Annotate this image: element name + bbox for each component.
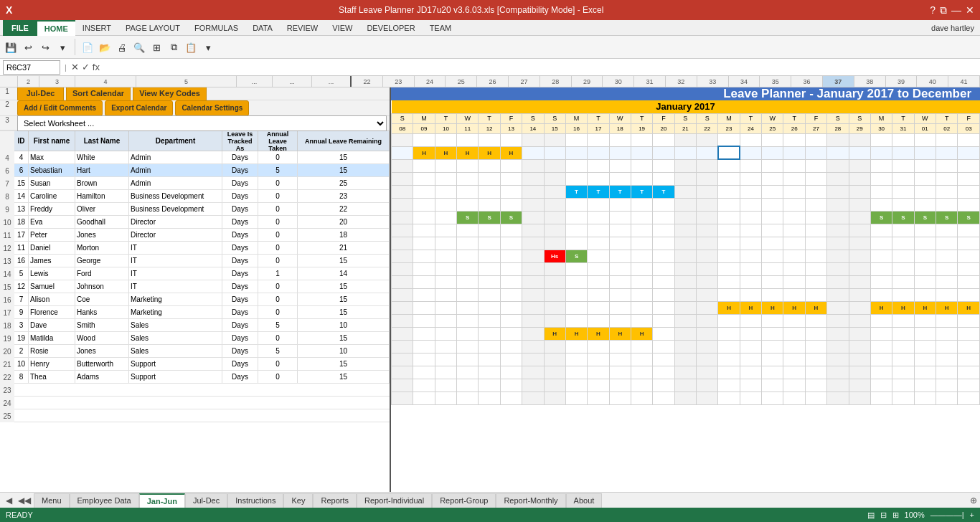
name-box[interactable] bbox=[3, 60, 60, 75]
cal-cell[interactable] bbox=[544, 133, 565, 146]
cal-cell[interactable]: H bbox=[565, 327, 587, 340]
cal-cell[interactable] bbox=[674, 237, 696, 250]
table-row[interactable]: 15 12 Samuel Johnson IT Days 0 15 bbox=[0, 280, 390, 293]
cal-cell[interactable] bbox=[697, 146, 718, 159]
cal-cell[interactable] bbox=[783, 275, 805, 288]
cal-cell[interactable] bbox=[413, 211, 435, 224]
cal-cell[interactable] bbox=[849, 146, 870, 159]
cal-cell[interactable] bbox=[718, 224, 740, 237]
table-row[interactable]: 21 10 Henry Butterworth Support Days 0 1… bbox=[0, 358, 390, 371]
cal-cell[interactable] bbox=[609, 250, 631, 262]
cal-cell[interactable]: T bbox=[609, 185, 631, 198]
cal-cell[interactable] bbox=[849, 224, 870, 237]
cal-cell[interactable]: S bbox=[892, 211, 914, 224]
cal-cell[interactable] bbox=[631, 353, 652, 366]
cal-cell[interactable] bbox=[936, 224, 957, 237]
cal-cell[interactable]: S bbox=[479, 211, 500, 224]
cal-cell[interactable] bbox=[783, 172, 805, 185]
cal-cell[interactable] bbox=[870, 340, 892, 353]
cal-cell[interactable] bbox=[392, 133, 413, 146]
cal-cell[interactable]: H bbox=[892, 301, 914, 314]
cal-cell[interactable] bbox=[588, 224, 609, 237]
print-icon[interactable]: 🖨 bbox=[114, 37, 130, 57]
cal-cell[interactable] bbox=[805, 211, 826, 224]
cal-cell[interactable] bbox=[914, 185, 936, 198]
cal-cell[interactable] bbox=[958, 275, 980, 288]
cal-cell[interactable] bbox=[697, 288, 718, 301]
cal-cell[interactable] bbox=[849, 288, 870, 301]
cal-cell[interactable] bbox=[631, 159, 652, 172]
cal-cell[interactable] bbox=[609, 237, 631, 250]
cal-cell[interactable] bbox=[413, 301, 435, 314]
cal-cell[interactable] bbox=[457, 275, 479, 288]
cal-cell[interactable] bbox=[697, 275, 718, 288]
cal-cell[interactable] bbox=[522, 301, 544, 314]
cal-cell[interactable] bbox=[457, 237, 479, 250]
cal-cell[interactable] bbox=[783, 198, 805, 211]
table-row[interactable]: 20 2 Rosie Jones Sales Days 5 10 bbox=[0, 345, 390, 358]
cal-cell[interactable] bbox=[827, 250, 849, 262]
cal-cell[interactable] bbox=[892, 159, 914, 172]
cal-cell[interactable] bbox=[392, 159, 413, 172]
cal-cell[interactable] bbox=[392, 146, 413, 159]
cal-cell[interactable] bbox=[849, 172, 870, 185]
cal-cell[interactable] bbox=[936, 146, 957, 159]
tab-data[interactable]: DATA bbox=[245, 20, 280, 36]
cal-cell[interactable] bbox=[914, 159, 936, 172]
cal-cell[interactable] bbox=[827, 159, 849, 172]
cal-cell[interactable] bbox=[936, 198, 957, 211]
cal-cell[interactable] bbox=[697, 224, 718, 237]
cal-cell[interactable] bbox=[870, 224, 892, 237]
cal-cell[interactable] bbox=[653, 198, 674, 211]
cal-cell[interactable] bbox=[565, 224, 587, 237]
cal-cell[interactable] bbox=[827, 211, 849, 224]
normal-view-icon[interactable]: ▤ bbox=[867, 511, 875, 520]
cal-cell[interactable] bbox=[827, 301, 849, 314]
undo-icon[interactable]: ↩ bbox=[20, 37, 36, 57]
cal-cell[interactable] bbox=[413, 250, 435, 262]
formula-icons[interactable]: ✕ ✓ fx bbox=[71, 62, 100, 72]
sheet-tab-jul-dec[interactable]: Jul-Dec bbox=[185, 493, 227, 508]
cal-cell[interactable] bbox=[958, 353, 980, 366]
cal-cell[interactable] bbox=[697, 185, 718, 198]
cal-cell[interactable] bbox=[631, 301, 652, 314]
cal-cell[interactable] bbox=[805, 237, 826, 250]
cal-cell[interactable] bbox=[827, 314, 849, 327]
cal-cell[interactable] bbox=[958, 198, 980, 211]
cal-cell[interactable] bbox=[653, 314, 674, 327]
sheet-tab-first[interactable]: ◀◀ bbox=[15, 495, 34, 506]
cal-cell[interactable] bbox=[936, 288, 957, 301]
cal-cell[interactable] bbox=[479, 185, 500, 198]
cal-cell[interactable] bbox=[588, 353, 609, 366]
cal-cell[interactable] bbox=[435, 262, 456, 275]
cal-cell[interactable] bbox=[500, 224, 522, 237]
tab-formulas[interactable]: FORMULAS bbox=[187, 20, 245, 36]
cancel-formula-icon[interactable]: ✕ bbox=[71, 62, 79, 72]
cal-cell[interactable] bbox=[631, 146, 652, 159]
cal-cell[interactable] bbox=[544, 185, 565, 198]
cal-cell[interactable] bbox=[914, 262, 936, 275]
cal-cell[interactable] bbox=[762, 198, 783, 211]
cal-cell[interactable] bbox=[762, 185, 783, 198]
cal-cell[interactable] bbox=[500, 275, 522, 288]
cal-cell[interactable] bbox=[500, 237, 522, 250]
table-row[interactable]: 22 8 Thea Adams Support Days 0 15 bbox=[0, 371, 390, 384]
close-icon[interactable]: ✕ bbox=[966, 4, 974, 16]
cal-cell[interactable] bbox=[827, 340, 849, 353]
cal-cell[interactable] bbox=[435, 314, 456, 327]
cal-cell[interactable] bbox=[849, 198, 870, 211]
cal-cell[interactable] bbox=[674, 185, 696, 198]
cal-cell[interactable] bbox=[674, 146, 696, 159]
cal-cell[interactable] bbox=[588, 133, 609, 146]
cal-cell[interactable] bbox=[762, 159, 783, 172]
cal-cell[interactable] bbox=[892, 327, 914, 340]
cal-cell[interactable] bbox=[413, 340, 435, 353]
cal-cell[interactable] bbox=[674, 353, 696, 366]
cal-cell[interactable] bbox=[522, 237, 544, 250]
table-row[interactable]: 16 7 Alison Coe Marketing Days 0 15 bbox=[0, 293, 390, 306]
cal-cell[interactable]: S bbox=[457, 211, 479, 224]
cal-cell[interactable] bbox=[609, 133, 631, 146]
cal-cell[interactable]: H bbox=[457, 146, 479, 159]
cal-cell[interactable] bbox=[435, 237, 456, 250]
cal-cell[interactable] bbox=[565, 353, 587, 366]
